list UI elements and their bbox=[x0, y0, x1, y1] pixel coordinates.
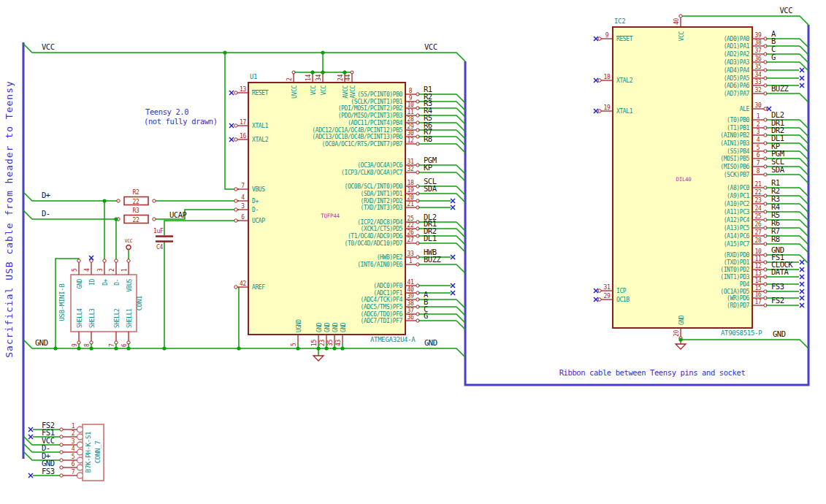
net-label-vcc[interactable]: VCC bbox=[42, 42, 55, 51]
pin-number: 2 bbox=[757, 121, 760, 128]
net-label-r8[interactable]: R8 bbox=[424, 134, 432, 143]
pin-name: VCC bbox=[310, 85, 317, 95]
pin-number: 38 bbox=[754, 39, 762, 46]
pin-number: 15 bbox=[311, 339, 318, 346]
junction-dot bbox=[114, 217, 118, 221]
pin-end-circle bbox=[60, 451, 63, 454]
net-label-vcc[interactable]: VCC bbox=[424, 42, 437, 51]
pin-number: 27 bbox=[754, 229, 762, 236]
c4-ref[interactable]: C4 bbox=[156, 244, 164, 251]
pin-end-circle bbox=[115, 259, 118, 262]
net-label-g[interactable]: G bbox=[424, 311, 428, 320]
pin-name: (ICP3/CLK0/OC4A)PC7 bbox=[341, 169, 402, 176]
bus-entry bbox=[800, 135, 808, 144]
pin-end-circle bbox=[764, 107, 767, 110]
schematic-canvas[interactable]: U1 ATMEGA32U4-A TQFP44 IC2 AT90S8515-P D… bbox=[0, 0, 826, 504]
pin-name: VBUS bbox=[252, 186, 265, 193]
net-label-gnd[interactable]: GND bbox=[424, 338, 437, 347]
net-label-gnd[interactable]: GND bbox=[35, 338, 48, 347]
teensy-note-line2[interactable]: (not fully drawn) bbox=[144, 117, 218, 126]
con1-ref[interactable]: CON1 bbox=[136, 296, 143, 310]
c4-capacitor[interactable] bbox=[156, 237, 173, 242]
r3-value[interactable]: 22 bbox=[132, 217, 139, 224]
pin-name: (A13)PC5 bbox=[724, 225, 750, 232]
pin-name: SHELL3 bbox=[89, 308, 96, 328]
ribbon-note[interactable]: Ribbon cable between Teensy pins and soc… bbox=[559, 368, 746, 377]
net-label-sda[interactable]: SDA bbox=[771, 165, 785, 174]
pin-number: 42 bbox=[240, 280, 247, 287]
conn7-ref[interactable]: CONN_7 bbox=[94, 441, 102, 464]
pin-name: GND bbox=[77, 278, 83, 289]
pin-name: (OC3A/OC4A)PC6 bbox=[357, 162, 402, 169]
net-label-d+[interactable]: D+ bbox=[42, 191, 50, 199]
r2-terminal bbox=[117, 199, 120, 202]
pin-number: 5 bbox=[757, 145, 760, 151]
pin-name: XTAL2 bbox=[616, 77, 633, 84]
r3-ref[interactable]: R3 bbox=[132, 207, 139, 214]
pin-name: (T1/OC4D/ADC9)PD6 bbox=[348, 233, 403, 240]
pin-name: ID bbox=[89, 278, 96, 285]
net-label-d-[interactable]: D- bbox=[42, 209, 50, 218]
net-label-kp[interactable]: KP bbox=[424, 163, 432, 172]
bus-entry bbox=[800, 212, 808, 221]
net-label-ucap[interactable]: UCAP bbox=[169, 210, 186, 219]
bus-entry bbox=[456, 299, 465, 308]
pin-number: 34 bbox=[316, 74, 322, 81]
pin-number: 32 bbox=[407, 166, 414, 172]
conn7-value[interactable]: B7K-PH-K-S1 bbox=[85, 432, 92, 473]
ic2-value[interactable]: AT90S8515-P bbox=[721, 329, 762, 337]
pin-number: 44 bbox=[345, 74, 351, 81]
ucap-net-wire bbox=[164, 221, 239, 235]
net-label-vcc[interactable]: VCC bbox=[780, 6, 793, 15]
pin-name: (RXD/INT2)PD2 bbox=[361, 198, 403, 205]
junction-dot bbox=[77, 346, 80, 350]
net-label-buzz[interactable]: BUZZ bbox=[424, 255, 440, 264]
net-label-fs2[interactable]: FS2 bbox=[771, 296, 784, 305]
net-label-dl1[interactable]: DL1 bbox=[424, 234, 437, 243]
vcc-symbol[interactable] bbox=[126, 245, 131, 250]
c4-value[interactable]: 1uF bbox=[153, 228, 164, 234]
net-label-sda[interactable]: SDA bbox=[424, 184, 437, 193]
pin-name: (A9)PC1 bbox=[727, 193, 749, 199]
pin-number: 33 bbox=[407, 251, 414, 257]
pin-number: 17 bbox=[240, 119, 247, 126]
pin-number: 34 bbox=[754, 72, 762, 78]
r2-ref[interactable]: R2 bbox=[132, 189, 139, 196]
gnd-symbol[interactable] bbox=[676, 344, 686, 349]
gnd-symbol[interactable] bbox=[313, 356, 324, 361]
junction-dot bbox=[296, 346, 299, 350]
usb-cable-note[interactable]: Sacrificial USB cable from header to Tee… bbox=[4, 80, 15, 358]
pin-name: (ADC6/TDO)PF6 bbox=[361, 311, 403, 318]
pin-number: 6 bbox=[757, 152, 760, 159]
pin-number: 20 bbox=[407, 194, 414, 201]
net-label-data[interactable]: DATA bbox=[771, 267, 789, 276]
ic2-ref[interactable]: IC2 bbox=[614, 18, 625, 25]
u1-ref[interactable]: U1 bbox=[250, 73, 257, 80]
net-label-r8[interactable]: R8 bbox=[771, 234, 780, 243]
pin-number: 3 bbox=[97, 268, 104, 272]
bus-entry bbox=[456, 165, 465, 174]
pin-end-circle bbox=[598, 110, 601, 112]
u1-value[interactable]: ATMEGA32U4-A bbox=[370, 336, 416, 343]
pin-end-circle bbox=[60, 428, 63, 431]
pin-number: 3 bbox=[241, 203, 245, 210]
net-label-fs3[interactable]: FS3 bbox=[42, 467, 55, 476]
net-label-buzz[interactable]: BUZZ bbox=[771, 84, 788, 93]
junction-dot bbox=[321, 50, 324, 54]
net-label-gnd[interactable]: GND bbox=[773, 329, 786, 338]
bus-entry bbox=[800, 54, 808, 63]
bus-entry bbox=[456, 186, 465, 195]
junction-dot bbox=[53, 346, 57, 350]
pin-end-circle bbox=[77, 259, 80, 262]
teensy-note-line1[interactable]: Teensy 2.0 bbox=[145, 107, 188, 116]
pin-name: (A11)PC3 bbox=[724, 209, 750, 215]
pin-number: 3 bbox=[757, 129, 760, 135]
pin-number: 10 bbox=[754, 248, 762, 255]
net-label-g[interactable]: G bbox=[771, 53, 776, 61]
r2-value[interactable]: 22 bbox=[132, 199, 139, 205]
net-label-vcc[interactable]: VCC bbox=[125, 238, 133, 244]
pin-name: SHELL2 bbox=[114, 308, 121, 328]
con1-value[interactable]: USB-MINI-B bbox=[58, 283, 66, 321]
bus-entry bbox=[456, 264, 465, 273]
net-label-fs3[interactable]: FS3 bbox=[771, 282, 784, 291]
